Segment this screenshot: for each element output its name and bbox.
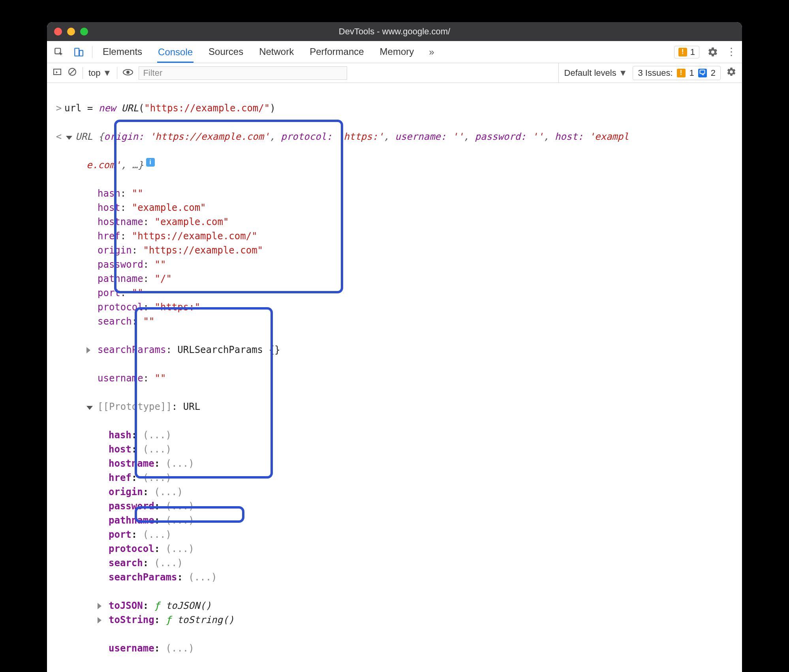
property-row[interactable]: hash: (...) <box>53 428 736 442</box>
device-toolbar-icon[interactable] <box>72 46 85 58</box>
info-icon[interactable]: i <box>146 158 155 167</box>
property-value: (...) <box>166 515 194 526</box>
property-row[interactable]: hash: "" <box>53 186 736 201</box>
property-value: "example.com" <box>132 202 206 213</box>
titlebar: DevTools - www.google.com/ <box>47 22 742 41</box>
tab-memory[interactable]: Memory <box>379 41 415 62</box>
property-row[interactable]: searchParams: (...) <box>53 570 736 584</box>
minimize-icon[interactable] <box>67 28 75 36</box>
console-output-row[interactable]: <URL {origin: 'https://example.com', pro… <box>53 130 736 144</box>
property-row[interactable]: search: (...) <box>53 556 736 570</box>
property-value: (...) <box>188 572 217 583</box>
property-key: host <box>98 202 120 213</box>
property-row[interactable]: constructor: ƒ URL() <box>53 670 736 672</box>
property-row[interactable]: hostname: (...) <box>53 456 736 471</box>
prompt-icon: > <box>53 101 64 115</box>
chevron-down-icon: ▼ <box>103 68 112 78</box>
property-key: search <box>98 316 132 327</box>
svg-point-7 <box>126 71 130 74</box>
property-row[interactable]: href: "https://example.com/" <box>53 229 736 243</box>
issues-warn-count: 1 <box>689 68 694 78</box>
console-settings-icon[interactable] <box>726 67 736 79</box>
property-key: href <box>109 472 132 483</box>
property-row[interactable]: search: "" <box>53 314 736 328</box>
svg-rect-1 <box>75 48 79 56</box>
expand-toggle[interactable] <box>98 599 109 613</box>
log-levels-selector[interactable]: Default levels ▼ <box>558 63 627 83</box>
property-key: hostname <box>98 216 143 227</box>
property-row[interactable]: searchParams: URLSearchParams {} <box>53 343 736 357</box>
property-row[interactable]: toJSON: ƒ toJSON() <box>53 599 736 613</box>
console-toolbar: top ▼ Default levels ▼ 3 Issues: ! 1 🗨 2 <box>47 63 742 83</box>
tabs-overflow-icon[interactable]: » <box>429 47 434 58</box>
svg-rect-2 <box>79 50 83 56</box>
more-menu-icon[interactable]: ⋮ <box>726 46 736 58</box>
property-row[interactable]: origin: "https://example.com" <box>53 243 736 257</box>
property-row[interactable]: hostname: "example.com" <box>53 215 736 229</box>
property-key: password <box>98 259 143 270</box>
property-row[interactable]: password: (...) <box>53 499 736 513</box>
property-value: "https://example.com/" <box>132 231 257 242</box>
panel-tabs: Elements Console Sources Network Perform… <box>102 41 434 62</box>
property-row[interactable]: pathname: "/" <box>53 272 736 286</box>
expand-toggle[interactable] <box>86 343 98 357</box>
property-key: hash <box>98 188 120 199</box>
console-input-row[interactable]: >url = new URL("https://example.com/") <box>53 101 736 115</box>
separator <box>83 67 83 79</box>
tab-sources[interactable]: Sources <box>208 41 244 62</box>
property-row[interactable]: href: (...) <box>53 471 736 485</box>
property-row[interactable]: host: (...) <box>53 442 736 456</box>
property-row[interactable]: origin: (...) <box>53 485 736 499</box>
expand-toggle[interactable] <box>98 670 109 672</box>
property-row[interactable]: password: "" <box>53 257 736 272</box>
function-marker: ƒ <box>154 600 160 611</box>
tab-console[interactable]: Console <box>157 42 193 63</box>
property-row[interactable]: toString: ƒ toString() <box>53 613 736 627</box>
clear-console-icon[interactable] <box>68 67 77 79</box>
expand-toggle[interactable] <box>98 613 109 627</box>
property-row[interactable]: port: "" <box>53 286 736 300</box>
warnings-badge[interactable]: ! 1 <box>674 46 699 58</box>
zoom-icon[interactable] <box>80 28 88 36</box>
property-value: "" <box>155 259 166 270</box>
context-selector[interactable]: top ▼ <box>88 68 111 78</box>
property-value: (...) <box>166 458 194 469</box>
function-marker: ƒ <box>166 614 171 625</box>
settings-icon[interactable] <box>706 46 719 58</box>
prototype-row[interactable]: [[Prototype]]: URL <box>53 400 736 414</box>
filter-input[interactable] <box>139 66 347 80</box>
property-value: (...) <box>154 557 183 569</box>
property-key: protocol <box>109 543 154 554</box>
string-literal: "https://example.com/" <box>144 103 270 114</box>
property-row[interactable]: pathname: (...) <box>53 513 736 527</box>
property-key: hash <box>109 430 132 441</box>
property-value: "https:" <box>155 302 201 313</box>
expand-toggle[interactable] <box>64 130 75 144</box>
property-value: "" <box>132 287 143 298</box>
property-row[interactable]: host: "example.com" <box>53 201 736 215</box>
property-row[interactable]: port: (...) <box>53 527 736 542</box>
tab-performance[interactable]: Performance <box>309 41 364 62</box>
property-value: "/" <box>155 273 172 284</box>
tab-elements[interactable]: Elements <box>102 41 143 62</box>
property-value: "" <box>143 316 155 327</box>
live-expression-icon[interactable] <box>123 68 133 78</box>
property-row[interactable]: username: (...) <box>53 641 736 655</box>
expand-toggle[interactable] <box>86 400 98 414</box>
close-icon[interactable] <box>54 28 62 36</box>
property-key: pathname <box>98 273 143 284</box>
property-row[interactable]: username: "" <box>53 371 736 385</box>
svg-line-5 <box>70 69 75 74</box>
property-key: port <box>98 287 120 298</box>
toggle-sidebar-icon[interactable] <box>53 67 62 79</box>
tab-network[interactable]: Network <box>258 41 295 62</box>
chevron-down-icon: ▼ <box>619 68 627 78</box>
levels-label: Default levels <box>564 68 616 78</box>
property-value: "example.com" <box>155 216 229 227</box>
property-row[interactable]: protocol: "https:" <box>53 300 736 314</box>
property-value: (...) <box>143 430 171 441</box>
inspect-element-icon[interactable] <box>53 46 65 58</box>
issues-badge[interactable]: 3 Issues: ! 1 🗨 2 <box>633 66 721 80</box>
property-row[interactable]: protocol: (...) <box>53 542 736 556</box>
warning-icon: ! <box>678 48 687 56</box>
